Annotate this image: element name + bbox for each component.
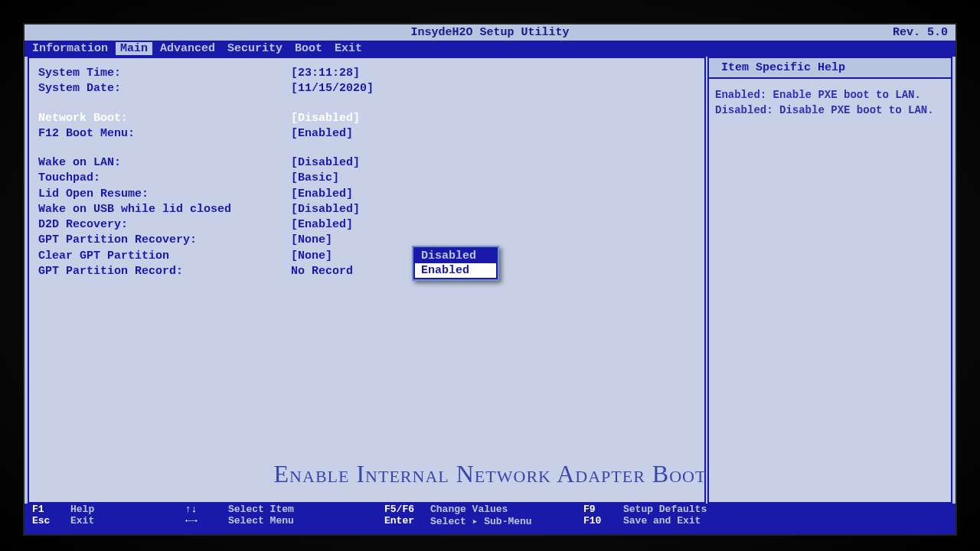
menu-tab-main[interactable]: Main [116, 42, 152, 55]
footer-select-menu: ←→ Select Menu [185, 515, 384, 527]
setting-row[interactable]: Lid Open Resume:[Enabled] [38, 187, 695, 202]
setting-value: [Disabled] [291, 202, 360, 217]
menu-tab-security[interactable]: Security [223, 42, 287, 55]
setting-row[interactable]: System Time:[23:11:28] [38, 66, 695, 81]
footer-help: F1 Help [32, 504, 185, 515]
revision-label: Rev. 5.0 [893, 26, 948, 39]
setting-value: [Enabled] [291, 126, 353, 142]
setting-value: [Disabled] [291, 155, 360, 171]
setting-row[interactable]: GPT Partition Record:No Record [38, 264, 695, 279]
footer-save-exit: F10 Save and Exit [583, 515, 730, 527]
setting-row[interactable]: Clear GPT Partition[None] [38, 249, 695, 264]
setting-row[interactable]: System Date:[11/15/2020] [38, 81, 695, 96]
overlay-caption: Enable Internal Network Adapter Boot [274, 460, 707, 488]
setting-row[interactable]: D2D Recovery:[Enabled] [38, 217, 695, 233]
main-panel: System Time:[23:11:28]System Date:[11/15… [28, 57, 706, 504]
setting-label: F12 Boot Menu: [38, 126, 291, 142]
setting-value: [Enabled] [291, 217, 353, 233]
setting-row[interactable]: Network Boot:[Disabled] [38, 111, 695, 126]
setting-value: No Record [291, 264, 353, 279]
setting-label: D2D Recovery: [38, 217, 291, 233]
menu-tab-information[interactable]: Information [28, 42, 113, 55]
bios-screen: InsydeH2O Setup Utility Rev. 5.0 Informa… [23, 23, 957, 536]
footer-keys: F1 Help ↑↓ Select Item F5/F6 Change Valu… [24, 504, 956, 536]
footer-exit: Esc Exit [32, 515, 185, 527]
setting-value: [11/15/2020] [291, 81, 374, 96]
help-panel: Item Specific Help Enabled: Enable PXE b… [707, 57, 952, 504]
setting-label: Wake on LAN: [38, 155, 291, 171]
setting-label: Clear GPT Partition [38, 249, 291, 264]
laptop-frame: InsydeH2O Setup Utility Rev. 5.0 Informa… [0, 0, 980, 551]
help-line: Enabled: Enable PXE boot to LAN. [715, 88, 945, 103]
setting-row[interactable]: GPT Partition Recovery:[None] [38, 233, 695, 248]
setting-value: [None] [291, 233, 332, 248]
setting-label: System Time: [38, 66, 291, 81]
setting-value: [Basic] [291, 171, 339, 186]
popup-option[interactable]: Enabled [415, 263, 496, 278]
setting-value: [None] [291, 249, 332, 264]
footer-select-item: ↑↓ Select Item [185, 504, 384, 515]
content-area: System Time:[23:11:28]System Date:[11/15… [24, 57, 956, 504]
setting-row[interactable]: Wake on LAN:[Disabled] [38, 155, 695, 171]
title-bar: InsydeH2O Setup Utility Rev. 5.0 [24, 24, 956, 41]
help-body: Enabled: Enable PXE boot to LAN.Disabled… [709, 79, 951, 127]
setting-row[interactable]: Wake on USB while lid closed[Disabled] [38, 202, 695, 217]
menu-tab-boot[interactable]: Boot [290, 42, 327, 55]
setting-value: [23:11:28] [291, 66, 360, 81]
option-popup[interactable]: DisabledEnabled [412, 246, 499, 281]
setting-label: Touchpad: [38, 171, 291, 186]
footer-change-values: F5/F6 Change Values [384, 504, 583, 515]
setting-label: System Date: [38, 81, 291, 96]
setting-row[interactable]: F12 Boot Menu:[Enabled] [38, 126, 695, 142]
menu-bar[interactable]: InformationMainAdvancedSecurityBootExit [24, 41, 956, 57]
popup-option[interactable]: Disabled [415, 249, 496, 263]
blank-row [38, 97, 695, 111]
footer-submenu: Enter Select ▸ Sub-Menu [384, 515, 583, 527]
setting-label: GPT Partition Record: [38, 264, 291, 279]
app-title: InsydeH2O Setup Utility [410, 26, 569, 39]
setting-value: [Enabled] [291, 187, 353, 202]
setting-row[interactable]: Touchpad:[Basic] [38, 171, 695, 186]
setting-label: Network Boot: [38, 111, 291, 126]
help-line: Disabled: Disable PXE boot to LAN. [715, 103, 945, 119]
menu-tab-advanced[interactable]: Advanced [155, 42, 220, 55]
help-title: Item Specific Help [709, 58, 951, 79]
blank-row [38, 142, 695, 155]
menu-tab-exit[interactable]: Exit [330, 42, 367, 55]
setting-label: Lid Open Resume: [38, 187, 291, 202]
setting-label: Wake on USB while lid closed [38, 202, 291, 217]
setting-label: GPT Partition Recovery: [38, 233, 291, 248]
setting-value: [Disabled] [291, 111, 360, 126]
footer-defaults: F9 Setup Defaults [583, 504, 730, 515]
